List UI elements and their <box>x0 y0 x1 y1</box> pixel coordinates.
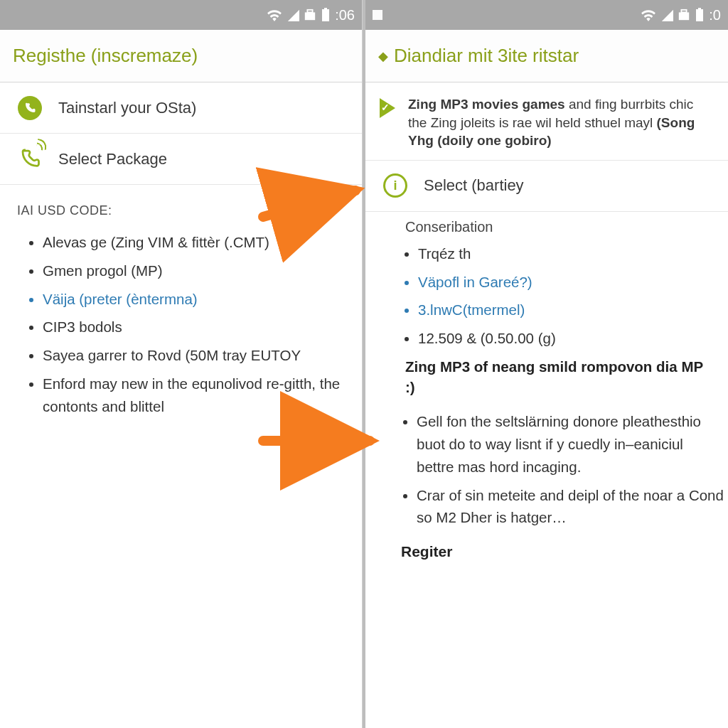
info-icon: i <box>383 173 407 198</box>
svg-rect-5 <box>682 10 687 13</box>
list-item: Gell fon the seltslärning donore pleathe… <box>417 407 728 481</box>
row-label: Select (bartiey <box>424 176 524 195</box>
play-check-icon <box>380 98 395 118</box>
wifi-icon <box>267 9 282 21</box>
app-title-bar: ◆ Diandiar mit 3ite ritstar <box>365 30 728 82</box>
svg-rect-1 <box>308 10 313 13</box>
status-bar: :0 <box>365 0 728 30</box>
right-screen: :0 ◆ Diandiar mit 3ite ritstar Zing MP3 … <box>365 0 728 728</box>
svg-rect-6 <box>696 9 703 21</box>
wifi-icon <box>641 9 656 21</box>
code-list: Alevas ge (Zing VIM & fittèr (.CMT)Gmen … <box>0 225 362 423</box>
left-screen: :06 Registhe (inscremaze) Tainstarl your… <box>0 0 363 728</box>
row-label: Tainstarl your OSta) <box>58 99 196 117</box>
detail-list-1: Trqéz thVäpofl in Gareé?)3.lnwC(tmermel)… <box>365 237 728 355</box>
subsection-header: Conseribation <box>365 212 728 237</box>
clock-text: :0 <box>709 7 721 23</box>
app-title-bar: Registhe (inscremaze) <box>0 30 362 82</box>
clock-text: :06 <box>335 7 355 23</box>
bullet-icon: ◆ <box>378 48 388 64</box>
page-title: Registhe (inscremaze) <box>13 45 198 67</box>
list-item[interactable]: 3.lnwC(tmermel) <box>418 296 728 324</box>
row-select-package[interactable]: Select Package <box>0 134 362 185</box>
row-select-bartiey[interactable]: i Select (bartiey <box>365 161 728 212</box>
svg-rect-0 <box>305 12 315 20</box>
list-item: Enford may new in the equnolivod re-gitt… <box>43 370 362 421</box>
list-item: Crar of sin meteite and deipl of the noa… <box>417 481 728 532</box>
phone-ringing-icon <box>19 147 41 171</box>
row-tainstarl[interactable]: Tainstarl your OSta) <box>0 82 362 134</box>
notification-icon <box>373 10 382 20</box>
list-item: CIP3 bodols <box>43 313 362 341</box>
section-header: IAI USD CODE: <box>0 185 362 225</box>
detail-list-2: Gell fon the seltslärning donore pleathe… <box>365 405 728 535</box>
row-intro[interactable]: Zing MP3 movies games and fing burrbits … <box>365 82 728 161</box>
register-link[interactable]: Regiter <box>365 535 728 560</box>
highlight-text: Zing MP3 of neang smild rompovon dia MP … <box>365 355 728 405</box>
svg-rect-7 <box>698 8 701 9</box>
list-item: Gmen progol (MP) <box>43 257 362 285</box>
list-item: Sayea garrer to Rovd (50M tray EUTOY <box>43 341 362 370</box>
list-item: Alevas ge (Zing VIM & fittèr (.CMT) <box>43 228 362 257</box>
briefcase-icon <box>304 9 316 21</box>
svg-rect-4 <box>679 12 689 20</box>
intro-text: Zing MP3 movies games and fing burrbits … <box>408 95 714 150</box>
list-item[interactable]: Väpofl in Gareé?) <box>418 268 728 296</box>
svg-rect-3 <box>324 8 327 9</box>
signal-icon <box>660 9 673 21</box>
phone-icon <box>18 96 42 120</box>
list-item: 12.509 & (0.50.00 (g) <box>418 324 728 353</box>
list-item: Trqéz th <box>418 240 728 268</box>
battery-icon <box>321 8 331 22</box>
page-title: Diandiar mit 3ite ritstar <box>394 45 579 67</box>
battery-icon <box>695 8 705 22</box>
list-item[interactable]: Väija (preter (èntermna) <box>43 285 362 314</box>
status-bar: :06 <box>0 0 362 30</box>
signal-icon <box>287 9 299 21</box>
svg-rect-2 <box>322 9 329 21</box>
row-label: Select Package <box>58 150 167 168</box>
briefcase-icon <box>678 9 690 21</box>
